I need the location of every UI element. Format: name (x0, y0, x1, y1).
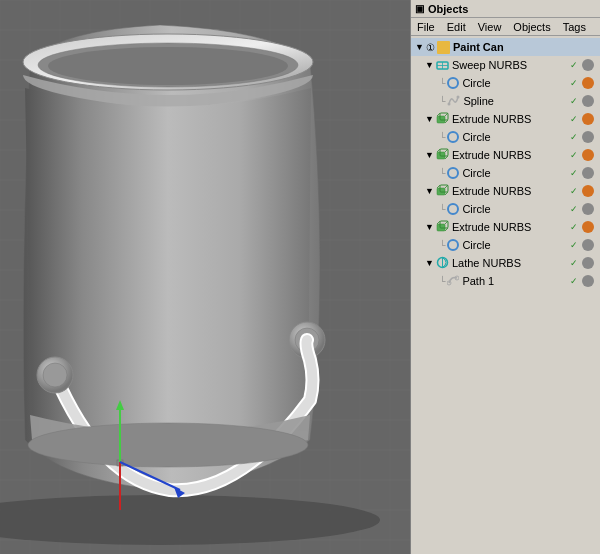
spline-icon (447, 94, 460, 109)
tree-item-extrude-4[interactable]: ▼ Extrude NURBS (411, 218, 600, 236)
circle-5-label: Circle (462, 239, 490, 251)
objects-panel: ▣ Objects File Edit View Objects Tags ▼ … (410, 0, 600, 554)
tree-connector-4: └ (439, 204, 445, 214)
sweep-nurbs-icon (436, 59, 449, 72)
dot-extrude-2 (582, 149, 594, 161)
dot-circle-5 (582, 239, 594, 251)
check-circle-2: ✓ (568, 131, 580, 143)
tree-connector-2: └ (439, 132, 445, 142)
3d-viewport[interactable] (0, 0, 410, 554)
tree-connector-5: └ (439, 240, 445, 250)
sweep-nurbs-label: Sweep NURBS (452, 59, 527, 71)
dot-circle-1 (582, 77, 594, 89)
panel-title: ▣ Objects (411, 0, 600, 18)
menu-objects[interactable]: Objects (507, 20, 556, 34)
panel-title-label: Objects (428, 3, 468, 15)
extrude-nurbs-icon-4 (436, 220, 449, 235)
circle-icon-3 (447, 167, 459, 179)
tree-connector-spline: └ (439, 96, 445, 106)
number-icon: ① (426, 42, 435, 53)
dot-extrude-3 (582, 185, 594, 197)
circle-1-label: Circle (462, 77, 490, 89)
panel-menu: File Edit View Objects Tags (411, 18, 600, 36)
check-lathe: ✓ (568, 257, 580, 269)
expand-extrude-1: ▼ (425, 114, 434, 124)
panel-icon: ▣ (415, 3, 424, 14)
circle-3-label: Circle (462, 167, 490, 179)
dot-path (582, 275, 594, 287)
tree-item-extrude-2[interactable]: ▼ Extrude NURBS (411, 146, 600, 164)
tree-item-extrude-1[interactable]: ▼ Extrude NURBS (411, 110, 600, 128)
svg-point-53 (448, 102, 451, 105)
circle-4-label: Circle (462, 203, 490, 215)
circle-2-label: Circle (462, 131, 490, 143)
dot-extrude-1 (582, 113, 594, 125)
check-extrude-4: ✓ (568, 221, 580, 233)
check-sweep: ✓ (568, 59, 580, 71)
tree-item-circle-2[interactable]: └ Circle ✓ (411, 128, 600, 146)
dot-circle-2 (582, 131, 594, 143)
svg-point-54 (457, 95, 460, 98)
tree-item-sweep-nurbs[interactable]: ▼ Sweep NURBS ✓ (411, 56, 600, 74)
dot-spline (582, 95, 594, 107)
path-icon (447, 274, 459, 288)
extrude-nurbs-icon-1 (436, 112, 449, 127)
check-path: ✓ (568, 275, 580, 287)
expand-icon: ▼ (415, 42, 424, 52)
path-1-label: Path 1 (462, 275, 494, 287)
tree-item-circle-3[interactable]: └ Circle ✓ (411, 164, 600, 182)
lathe-nurbs-icon (436, 256, 449, 271)
svg-point-37 (48, 47, 288, 85)
tree-item-paint-can[interactable]: ▼ ① Paint Can (411, 38, 600, 56)
extrude-nurbs-icon-3 (436, 184, 449, 199)
extrude-4-label: Extrude NURBS (452, 221, 531, 233)
dot-circle-3 (582, 167, 594, 179)
check-circle-1: ✓ (568, 77, 580, 89)
menu-view[interactable]: View (472, 20, 508, 34)
tree-item-extrude-3[interactable]: ▼ Extrude NURBS (411, 182, 600, 200)
circle-icon-2 (447, 131, 459, 143)
tree-item-spline[interactable]: └ Spline ✓ (411, 92, 600, 110)
tree-item-path-1[interactable]: └ Path 1 ✓ (411, 272, 600, 290)
dot-sweep (582, 59, 594, 71)
dot-extrude-4 (582, 221, 594, 233)
extrude-2-label: Extrude NURBS (452, 149, 531, 161)
check-circle-4: ✓ (568, 203, 580, 215)
lathe-label: Lathe NURBS (452, 257, 521, 269)
circle-icon-5 (447, 239, 459, 251)
svg-point-43 (28, 423, 308, 467)
expand-sweep: ▼ (425, 60, 434, 70)
menu-file[interactable]: File (411, 20, 441, 34)
folder-icon (437, 41, 450, 54)
svg-point-42 (43, 363, 67, 387)
tree-container[interactable]: ▼ ① Paint Can ▼ (411, 36, 600, 554)
tree-connector-3: └ (439, 168, 445, 178)
tree-item-lathe[interactable]: ▼ Lathe NURBS ✓ (411, 254, 600, 272)
check-circle-3: ✓ (568, 167, 580, 179)
check-circle-5: ✓ (568, 239, 580, 251)
check-extrude-3: ✓ (568, 185, 580, 197)
expand-extrude-3: ▼ (425, 186, 434, 196)
expand-extrude-4: ▼ (425, 222, 434, 232)
menu-tags[interactable]: Tags (557, 20, 592, 34)
dot-lathe (582, 257, 594, 269)
circle-icon-4 (447, 203, 459, 215)
spline-label: Spline (463, 95, 494, 107)
tree-item-circle-1[interactable]: └ Circle ✓ (411, 74, 600, 92)
tree-connector-1: └ (439, 78, 445, 88)
expand-lathe: ▼ (425, 258, 434, 268)
check-extrude-1: ✓ (568, 113, 580, 125)
extrude-3-label: Extrude NURBS (452, 185, 531, 197)
tree-item-circle-4[interactable]: └ Circle ✓ (411, 200, 600, 218)
extrude-1-label: Extrude NURBS (452, 113, 531, 125)
check-spline: ✓ (568, 95, 580, 107)
tree-connector-path: └ (439, 276, 445, 286)
expand-extrude-2: ▼ (425, 150, 434, 160)
tree-item-circle-5[interactable]: └ Circle ✓ (411, 236, 600, 254)
dot-circle-4 (582, 203, 594, 215)
extrude-nurbs-icon-2 (436, 148, 449, 163)
menu-edit[interactable]: Edit (441, 20, 472, 34)
check-extrude-2: ✓ (568, 149, 580, 161)
circle-icon-1 (447, 77, 459, 89)
paint-can-label: Paint Can (453, 41, 504, 53)
